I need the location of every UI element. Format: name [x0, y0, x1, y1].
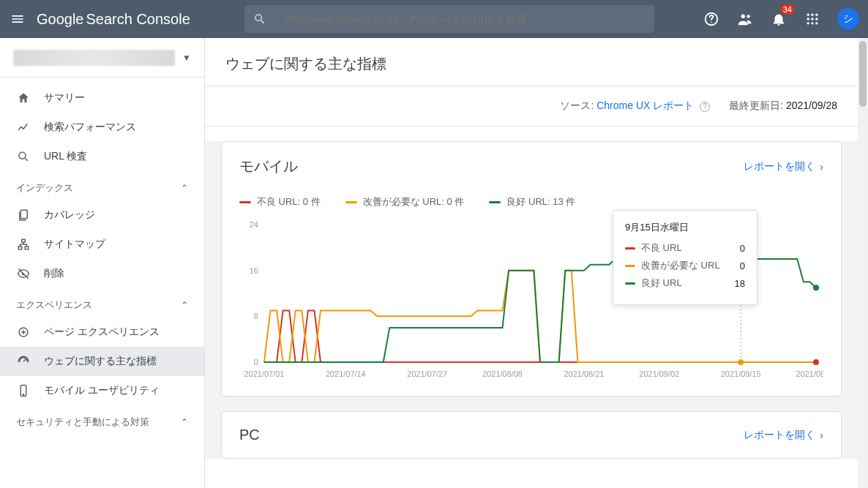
open-report-button[interactable]: レポートを開く ›	[744, 429, 823, 442]
content-scrollbar[interactable]	[858, 38, 868, 488]
page-title: ウェブに関する主な指標	[205, 38, 858, 86]
legend-swatch-good	[489, 201, 501, 203]
sidebar-item-summary[interactable]: サマリー	[0, 83, 204, 113]
sidebar-item-page-experience[interactable]: ページ エクスペリエンス	[0, 318, 204, 347]
app-logo[interactable]: Google Search Console	[37, 11, 190, 28]
svg-point-10	[807, 22, 809, 24]
source-link[interactable]: Chrome UX レポート	[596, 100, 694, 111]
circle-plus-icon	[16, 325, 31, 339]
people-icon[interactable]	[736, 10, 754, 28]
sidebar-item-label: 削除	[44, 267, 64, 280]
svg-point-3	[747, 15, 749, 18]
svg-point-9	[815, 18, 818, 20]
tooltip-swatch-good	[625, 282, 635, 285]
chart-legend: 不良 URL: 0 件 改善が必要な URL: 0 件 良好 URL: 13 件	[239, 195, 823, 209]
svg-text:2021/09/02: 2021/09/02	[639, 369, 679, 378]
trend-icon	[16, 120, 31, 135]
svg-text:2021/07/14: 2021/07/14	[326, 369, 366, 378]
speed-icon	[16, 354, 31, 369]
legend-swatch-bad	[239, 201, 251, 203]
svg-point-5	[811, 14, 813, 16]
svg-point-11	[811, 22, 813, 24]
tooltip-swatch-bad	[625, 247, 635, 249]
sidebar-item-label: ウェブに関する主な指標	[44, 355, 157, 368]
sidebar-item-label: URL 検査	[44, 150, 87, 163]
svg-text:24: 24	[250, 220, 258, 229]
sidebar-group-index[interactable]: インデックス ⌃	[0, 171, 204, 200]
sidebar-item-label: モバイル ユーザビリティ	[44, 384, 160, 397]
app-header: Google Search Console 34 シ	[0, 0, 868, 38]
svg-point-1	[711, 22, 711, 23]
svg-text:8: 8	[254, 312, 258, 320]
open-report-button[interactable]: レポートを開く ›	[744, 160, 823, 173]
apps-grid-icon[interactable]	[804, 10, 821, 28]
info-bar: ソース: Chrome UX レポート ? 最終更新日: 2021/09/28	[205, 86, 858, 127]
chevron-down-icon: ▼	[182, 53, 191, 63]
sidebar-item-removals[interactable]: 削除	[0, 259, 204, 288]
search-icon	[16, 149, 31, 164]
home-icon	[16, 91, 31, 105]
tooltip-swatch-warn	[625, 265, 635, 267]
svg-rect-16	[18, 247, 22, 249]
chevron-up-icon: ⌃	[181, 183, 188, 193]
sidebar-item-label: 検索パフォーマンス	[44, 121, 136, 134]
svg-rect-17	[25, 247, 29, 249]
legend-swatch-warn	[345, 201, 357, 203]
sidebar: ▼ サマリー 検索パフォーマンス URL 検査 インデックス ⌃ カバレッジ	[0, 38, 205, 488]
pages-icon	[16, 208, 31, 222]
sidebar-item-sitemaps[interactable]: サイトマップ	[0, 230, 204, 259]
hamburger-icon[interactable]	[9, 10, 26, 28]
hide-icon	[16, 266, 31, 281]
url-inspect-searchbar[interactable]	[244, 5, 654, 33]
svg-text:16: 16	[250, 266, 258, 275]
svg-rect-14	[20, 210, 27, 218]
svg-text:0: 0	[254, 358, 258, 367]
chevron-up-icon: ⌃	[181, 300, 188, 310]
help-icon[interactable]	[703, 10, 720, 28]
svg-text:2021/09/15: 2021/09/15	[721, 369, 761, 378]
svg-point-4	[807, 14, 809, 16]
sidebar-item-label: サマリー	[44, 91, 85, 105]
chevron-right-icon: ›	[820, 429, 823, 441]
url-inspect-input[interactable]	[275, 13, 646, 25]
svg-point-36	[738, 359, 744, 365]
svg-text:2021/09/27: 2021/09/27	[796, 369, 823, 378]
sidebar-item-label: カバレッジ	[44, 209, 95, 222]
svg-point-12	[815, 22, 818, 24]
mobile-card: モバイル レポートを開く › 不良 URL: 0 件 改善が必要な URL: 0…	[221, 141, 842, 397]
svg-text:2021/07/27: 2021/07/27	[407, 369, 447, 378]
sidebar-item-performance[interactable]: 検索パフォーマンス	[0, 113, 204, 142]
svg-point-7	[807, 18, 809, 20]
svg-point-20	[23, 394, 24, 396]
mobile-card-title: モバイル	[239, 157, 298, 176]
sitemap-icon	[16, 237, 31, 252]
svg-point-8	[811, 18, 813, 20]
help-small-icon[interactable]: ?	[700, 102, 710, 112]
sidebar-item-label: サイトマップ	[44, 238, 105, 251]
phone-icon	[16, 383, 31, 398]
pc-card-title: PC	[239, 427, 260, 443]
notifications-icon[interactable]: 34	[770, 10, 787, 28]
sidebar-group-experience[interactable]: エクスペリエンス ⌃	[0, 288, 204, 318]
sidebar-item-core-web-vitals[interactable]: ウェブに関する主な指標	[0, 347, 204, 376]
svg-text:2021/07/01: 2021/07/01	[244, 369, 284, 378]
svg-text:2021/08/08: 2021/08/08	[482, 369, 523, 378]
sidebar-item-label: ページ エクスペリエンス	[44, 326, 160, 339]
content-area: ウェブに関する主な指標 ソース: Chrome UX レポート ? 最終更新日:…	[205, 38, 858, 488]
chart-tooltip: 9月15日水曜日 不良 URL0 改善が必要な URL0 良好 URL18	[613, 210, 757, 305]
sidebar-item-mobile-usability[interactable]: モバイル ユーザビリティ	[0, 376, 204, 405]
pc-card: PC レポートを開く ›	[221, 411, 842, 459]
svg-point-2	[741, 15, 746, 18]
property-selector[interactable]: ▼	[0, 38, 204, 78]
svg-point-38	[813, 359, 819, 365]
sidebar-item-coverage[interactable]: カバレッジ	[0, 200, 204, 230]
account-avatar[interactable]: シ	[837, 8, 859, 30]
notifications-badge: 34	[780, 4, 795, 15]
svg-text:2021/08/21: 2021/08/21	[564, 369, 605, 378]
svg-rect-15	[22, 239, 26, 242]
search-icon	[253, 12, 266, 26]
sidebar-item-url-inspect[interactable]: URL 検査	[0, 142, 204, 171]
svg-point-13	[19, 152, 26, 159]
sidebar-group-security[interactable]: セキュリティと手動による対策 ⌃	[0, 405, 204, 435]
chevron-right-icon: ›	[820, 161, 823, 173]
